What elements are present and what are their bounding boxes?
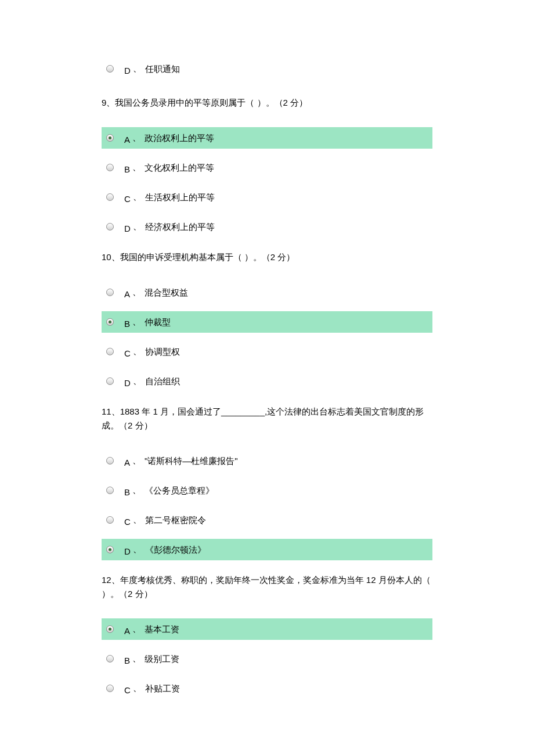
option-letter: B — [124, 656, 130, 665]
option-text: 文化权利上的平等 — [145, 161, 214, 174]
radio-icon[interactable] — [106, 546, 114, 553]
option-text: 任职通知 — [145, 63, 180, 75]
option-row[interactable]: A 、 混合型权益 — [102, 282, 432, 303]
option-separator: 、 — [133, 192, 142, 203]
radio-icon[interactable] — [106, 516, 114, 524]
radio-icon[interactable] — [106, 193, 114, 201]
option-row[interactable]: C 、 第二号枢密院令 — [102, 509, 432, 531]
option-separator: 、 — [133, 376, 142, 387]
option-separator: 、 — [132, 132, 141, 143]
radio-icon[interactable] — [106, 348, 114, 355]
option-text: 级别工资 — [145, 653, 179, 665]
option-letter: D — [124, 224, 131, 233]
question-text: 我国公务员录用中的平等原则属于（ ）。（2 分） — [115, 98, 308, 107]
option-row[interactable]: C 、 补贴工资 — [102, 678, 432, 699]
question-stem: 9、我国公务员录用中的平等原则属于（ ）。（2 分） — [102, 96, 432, 110]
question-text: 年度考核优秀、称职的，奖励年终一次性奖金，奖金标准为当年 12 月份本人的（ ）… — [102, 575, 431, 599]
radio-icon[interactable] — [106, 655, 114, 663]
option-letter: B — [124, 319, 130, 329]
option-text: 经济权利上的平等 — [145, 221, 215, 233]
option-row[interactable]: C 、 生活权利上的平等 — [102, 186, 432, 208]
radio-icon[interactable] — [106, 65, 114, 73]
option-text: 仲裁型 — [145, 316, 171, 328]
radio-icon[interactable] — [106, 487, 114, 494]
question-stem: 11、1883 年 1 月，国会通过了_________,这个法律的出台标志着美… — [102, 405, 432, 433]
option-text: 《公务员总章程》 — [145, 484, 214, 496]
option-letter: C — [124, 685, 131, 695]
radio-icon[interactable] — [106, 318, 114, 326]
option-row[interactable]: B 、 《公务员总章程》 — [102, 480, 432, 501]
radio-icon[interactable] — [106, 457, 114, 465]
option-separator: 、 — [133, 346, 142, 357]
option-row[interactable]: A 、 "诺斯科特—杜维廉报告" — [102, 450, 432, 471]
option-letter: C — [124, 348, 131, 358]
option-text: 生活权利上的平等 — [145, 191, 215, 203]
question-separator: 、 — [106, 98, 115, 107]
question-number: 10 — [102, 252, 111, 262]
question-separator: 、 — [111, 252, 120, 262]
option-letter: A — [124, 289, 130, 299]
option-text: 自治组织 — [145, 375, 180, 387]
option-letter: C — [124, 517, 131, 527]
option-row[interactable]: B 、 级别工资 — [102, 648, 432, 669]
option-separator: 、 — [133, 63, 142, 74]
option-row[interactable]: D 、 经济权利上的平等 — [102, 216, 432, 237]
option-letter: C — [124, 194, 131, 204]
option-row[interactable]: D 、 自治组织 — [102, 370, 432, 392]
option-letter: B — [124, 487, 130, 497]
option-row[interactable]: B 、 仲裁型 — [102, 311, 432, 333]
question-number: 11 — [102, 406, 111, 416]
question-text: 我国的申诉受理机构基本属于（ ）。（2 分） — [120, 252, 295, 262]
option-separator: 、 — [132, 162, 141, 173]
question-stem: 12、年度考核优秀、称职的，奖励年终一次性奖金，奖金标准为当年 12 月份本人的… — [102, 573, 432, 601]
option-row[interactable]: A 、 基本工资 — [102, 618, 432, 640]
question-separator: 、 — [111, 406, 120, 416]
radio-icon[interactable] — [106, 625, 114, 633]
option-separator: 、 — [132, 455, 141, 466]
option-letter: D — [124, 546, 131, 556]
radio-icon[interactable] — [106, 377, 114, 385]
option-row[interactable]: B 、 文化权利上的平等 — [102, 157, 432, 178]
question-text: 1883 年 1 月，国会通过了_________,这个法律的出台标志着美国文官… — [102, 406, 424, 430]
option-row[interactable]: A 、 政治权利上的平等 — [102, 127, 432, 149]
radio-icon[interactable] — [106, 685, 114, 692]
radio-icon[interactable] — [106, 164, 114, 171]
option-text: 协调型权 — [145, 345, 180, 358]
option-text: "诺斯科特—杜维廉报告" — [145, 455, 238, 467]
option-letter: D — [124, 378, 131, 388]
option-letter: A — [124, 458, 130, 467]
question-separator: 、 — [111, 575, 120, 585]
option-separator: 、 — [132, 316, 141, 327]
option-separator: 、 — [132, 485, 141, 496]
option-letter: A — [124, 626, 130, 636]
option-separator: 、 — [133, 514, 142, 525]
option-letter: A — [124, 135, 130, 145]
option-text: 混合型权益 — [145, 286, 188, 298]
option-row[interactable]: C 、 协调型权 — [102, 341, 432, 362]
option-text: 第二号枢密院令 — [145, 514, 206, 526]
option-row[interactable]: D 、 《彭德尔顿法》 — [102, 539, 432, 560]
option-text: 基本工资 — [145, 623, 179, 635]
radio-icon[interactable] — [106, 223, 114, 231]
option-separator: 、 — [133, 683, 142, 694]
option-text: 补贴工资 — [145, 682, 180, 694]
radio-icon[interactable] — [106, 134, 114, 142]
option-separator: 、 — [132, 287, 141, 298]
option-separator: 、 — [132, 653, 141, 664]
option-row[interactable]: D 、 任职通知 — [102, 58, 432, 80]
radio-icon[interactable] — [106, 289, 114, 296]
option-text: 《彭德尔顿法》 — [145, 543, 206, 556]
option-separator: 、 — [133, 544, 142, 555]
question-number: 12 — [102, 575, 111, 585]
option-separator: 、 — [132, 624, 141, 635]
option-letter: B — [124, 164, 130, 174]
option-separator: 、 — [133, 221, 142, 232]
question-stem: 10、我国的申诉受理机构基本属于（ ）。（2 分） — [102, 250, 432, 264]
option-text: 政治权利上的平等 — [145, 132, 214, 144]
option-letter: D — [124, 66, 131, 75]
